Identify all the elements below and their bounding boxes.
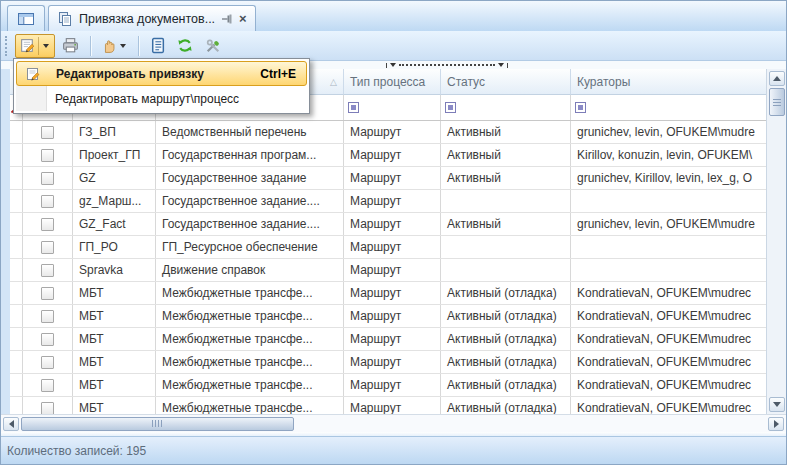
scroll-down-button[interactable] <box>769 397 785 412</box>
pin-icon[interactable] <box>221 13 233 25</box>
row-checkbox[interactable] <box>41 287 54 300</box>
tab-title: Привязка документов... <box>79 12 215 26</box>
menu-item-edit-route[interactable]: Редактировать маршрут\процесс <box>16 86 307 111</box>
table-row[interactable]: МБТ Межбюджетные трансфе... Маршрут Акти… <box>10 282 766 305</box>
print-button[interactable] <box>57 34 84 58</box>
cell-status <box>441 190 571 212</box>
vertical-scrollbar[interactable] <box>766 69 786 414</box>
table-row[interactable]: МБТ Межбюджетные трансфе... Маршрут Акти… <box>10 397 766 414</box>
tab-bar: Привязка документов... × <box>1 1 786 31</box>
menu-item-label: Редактировать маршрут\процесс <box>47 92 239 106</box>
header-status[interactable]: Статус <box>441 69 571 95</box>
cell-process-type: Маршрут <box>344 328 441 350</box>
grid-rows: ГЗ_ВП Ведомственный перечень Маршрут Акт… <box>10 121 766 414</box>
toolbar-grip[interactable] <box>5 36 9 56</box>
cell-code: ГЗ_ВП <box>73 121 156 143</box>
row-indicator <box>10 282 23 304</box>
row-checkbox[interactable] <box>41 379 54 392</box>
row-indicator <box>10 213 23 235</box>
notebook-icon <box>149 37 166 54</box>
scroll-up-button[interactable] <box>769 71 785 86</box>
row-indicator <box>10 190 23 212</box>
row-checkbox[interactable] <box>41 218 54 231</box>
tab-home-button[interactable] <box>7 5 45 31</box>
cell-process-type: Маршрут <box>344 259 441 281</box>
split-separator <box>38 37 39 55</box>
table-row[interactable]: ГП_РО ГП_Ресурсное обеспечение Маршрут <box>10 236 766 259</box>
row-checkbox[interactable] <box>41 333 54 346</box>
edit-split-button[interactable] <box>15 34 55 58</box>
close-icon[interactable]: × <box>239 12 247 25</box>
chevron-down-icon <box>43 44 49 48</box>
refresh-button[interactable] <box>172 34 198 58</box>
cell-code: МБТ <box>73 305 156 327</box>
printer-icon <box>61 37 80 54</box>
filter-curators[interactable] <box>571 95 766 120</box>
row-checkbox[interactable] <box>41 195 54 208</box>
horizontal-scroll-thumb[interactable] <box>21 417 294 431</box>
table-row[interactable]: GZ Государственное задание Маршрут Актив… <box>10 167 766 190</box>
cell-process-type: Маршрут <box>344 305 441 327</box>
cell-name: ГП_Ресурсное обеспечение <box>156 236 344 258</box>
row-checkbox[interactable] <box>41 402 54 415</box>
record-count-label: Количество записей: 195 <box>7 444 146 458</box>
cell-curators: KondratievaN, OFUKEM\mudrec <box>571 351 766 373</box>
row-checkbox[interactable] <box>41 149 54 162</box>
row-checkbox[interactable] <box>41 356 54 369</box>
row-indicator <box>10 259 23 281</box>
cell-code: МБТ <box>73 328 156 350</box>
row-checkbox-cell <box>23 328 73 350</box>
table-row[interactable]: МБТ Межбюджетные трансфе... Маршрут Акти… <box>10 351 766 374</box>
cell-process-type: Маршрут <box>344 190 441 212</box>
tab-document-binding[interactable]: Привязка документов... × <box>48 5 256 31</box>
row-indicator <box>10 121 23 143</box>
horizontal-scrollbar[interactable] <box>1 414 786 432</box>
scroll-left-button[interactable] <box>3 417 19 431</box>
menu-item-edit-binding[interactable]: Редактировать привязку Ctrl+E <box>16 61 307 86</box>
table-row[interactable]: Проект_ГП Государственная програм... Мар… <box>10 144 766 167</box>
cell-curators <box>571 190 766 212</box>
cell-curators: grunichev, levin, OFUKEM\mudre <box>571 213 766 235</box>
row-indicator <box>10 397 23 414</box>
row-checkbox[interactable] <box>41 126 54 139</box>
pan-split-button[interactable] <box>97 34 132 58</box>
toolbar-separator <box>90 36 91 56</box>
filter-icon[interactable] <box>445 102 456 113</box>
settings-button[interactable] <box>200 34 226 58</box>
row-checkbox-cell <box>23 167 73 189</box>
cell-curators: KondratievaN, OFUKEM\mudrec <box>571 305 766 327</box>
filter-icon[interactable] <box>575 102 586 113</box>
filter-process-type[interactable] <box>344 95 441 120</box>
row-checkbox[interactable] <box>41 310 54 323</box>
documents-icon <box>57 11 73 27</box>
cell-curators <box>571 236 766 258</box>
cell-name: Государственное задание.... <box>156 213 344 235</box>
table-row[interactable]: МБТ Межбюджетные трансфе... Маршрут Акти… <box>10 328 766 351</box>
row-checkbox[interactable] <box>41 241 54 254</box>
arrow-up-icon <box>773 76 781 81</box>
arrow-right-icon <box>774 420 779 428</box>
header-process-type[interactable]: Тип процесса <box>344 69 441 95</box>
column-band-widget[interactable] <box>386 62 508 68</box>
row-checkbox[interactable] <box>41 264 54 277</box>
table-row[interactable]: ГЗ_ВП Ведомственный перечень Маршрут Акт… <box>10 121 766 144</box>
protocol-button[interactable] <box>145 34 170 58</box>
vertical-scroll-thumb[interactable] <box>769 88 785 116</box>
arrow-left-icon <box>9 420 14 428</box>
header-curators[interactable]: Кураторы <box>571 69 766 95</box>
cell-process-type: Маршрут <box>344 236 441 258</box>
cell-status: Активный (отладка) <box>441 305 571 327</box>
cell-status: Активный (отладка) <box>441 351 571 373</box>
table-row[interactable]: МБТ Межбюджетные трансфе... Маршрут Акти… <box>10 374 766 397</box>
table-row[interactable]: МБТ Межбюджетные трансфе... Маршрут Акти… <box>10 305 766 328</box>
toolbar-separator <box>138 36 139 56</box>
table-row[interactable]: gz_Марш... Государственное задание.... М… <box>10 190 766 213</box>
table-row[interactable]: GZ_Fact Государственное задание.... Марш… <box>10 213 766 236</box>
cell-code: Spravka <box>73 259 156 281</box>
hand-icon <box>101 37 118 54</box>
filter-status[interactable] <box>441 95 571 120</box>
scroll-right-button[interactable] <box>768 417 784 431</box>
row-checkbox[interactable] <box>41 172 54 185</box>
filter-icon[interactable] <box>348 102 359 113</box>
table-row[interactable]: Spravka Движение справок Маршрут <box>10 259 766 282</box>
